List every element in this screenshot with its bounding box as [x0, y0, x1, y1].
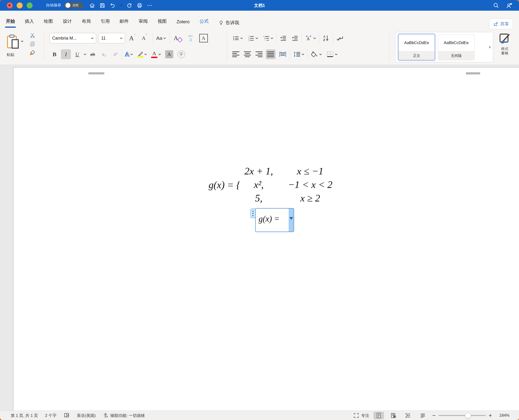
language-status[interactable]: 英语(美国) — [77, 413, 96, 418]
shrink-font-button[interactable]: Aˇ — [140, 33, 150, 43]
bold-button[interactable]: B — [50, 49, 59, 59]
font-name-select[interactable]: Cambria M... — [50, 33, 96, 43]
web-layout-view-button[interactable] — [388, 412, 399, 419]
zoom-slider[interactable] — [438, 415, 486, 416]
equation-condition-3: x ≥ 2 — [281, 192, 340, 205]
style-card-no-spacing[interactable]: AaBbCcDdEe 无间隔 — [438, 34, 475, 60]
tab-home[interactable]: 开始 — [6, 18, 15, 30]
justify-button[interactable] — [266, 49, 276, 59]
copy-icon[interactable] — [30, 41, 36, 47]
align-right-button[interactable] — [254, 49, 264, 59]
proofing-status-icon[interactable] — [64, 413, 70, 418]
search-icon[interactable] — [493, 2, 499, 8]
text-effects-button[interactable]: A — [124, 49, 134, 59]
change-case-button[interactable]: Aa — [155, 33, 167, 43]
paragraph-group: 123 1ai A — [227, 30, 389, 65]
dropdown-triangle-icon — [289, 217, 293, 220]
focus-mode-button[interactable]: 专注 — [353, 412, 369, 419]
line-spacing-button[interactable] — [292, 49, 306, 59]
page-number-status[interactable]: 第 1 页, 共 1 页 — [11, 413, 38, 418]
tab-layout[interactable]: 布局 — [82, 18, 91, 30]
autosave-state: 关闭 — [72, 3, 78, 8]
ribbon-home: 粘贴 Cambria M... — [0, 30, 519, 65]
zoom-out-button[interactable]: − — [432, 413, 436, 418]
toggle-knob — [65, 3, 70, 8]
zoom-window-button[interactable] — [27, 2, 33, 8]
zoom-slider-thumb[interactable] — [465, 413, 471, 419]
equation-editor-box[interactable]: g(x) = — [255, 208, 294, 232]
zoom-in-button[interactable]: + — [489, 413, 492, 418]
clear-formatting-button[interactable]: A — [172, 33, 183, 43]
tab-design[interactable]: 设计 — [63, 18, 72, 30]
paste-button[interactable] — [5, 33, 23, 51]
enclose-characters-button[interactable]: 字 — [176, 49, 186, 59]
numbering-button[interactable]: 123 — [246, 33, 260, 43]
minimize-window-button[interactable] — [17, 2, 23, 8]
multilevel-list-button[interactable]: 1ai — [261, 33, 275, 43]
share-button[interactable]: 共享 — [489, 19, 513, 29]
borders-button[interactable] — [325, 49, 339, 59]
page[interactable] — [13, 67, 519, 411]
zoom-level[interactable]: 184% — [496, 413, 510, 418]
increase-indent-button[interactable] — [290, 33, 300, 43]
equation-box-content[interactable]: g(x) = — [259, 209, 280, 229]
tab-equation[interactable]: 公式 — [200, 18, 208, 30]
distribute-text-button[interactable] — [277, 49, 288, 59]
underline-chevron-icon[interactable] — [84, 53, 86, 55]
underline-button[interactable]: U — [72, 49, 82, 59]
asian-layout-button[interactable]: A — [303, 33, 317, 43]
sort-button[interactable]: AZ — [321, 33, 331, 43]
redo-icon[interactable] — [126, 2, 133, 8]
svg-text:i: i — [265, 39, 265, 41]
home-icon[interactable] — [89, 2, 95, 8]
print-icon[interactable] — [136, 2, 143, 8]
tell-me-button[interactable]: 告诉我 — [218, 20, 239, 30]
equation-dropdown-strip[interactable] — [289, 209, 294, 232]
ribbon-tabs-row: 开始 插入 绘图 设计 布局 引用 邮件 审阅 视图 Zotero 公式 告诉我… — [0, 11, 519, 30]
tab-insert[interactable]: 插入 — [25, 18, 34, 30]
lightbulb-icon — [218, 20, 224, 26]
print-layout-view-button[interactable] — [373, 412, 384, 419]
subscript-button[interactable]: x₂ — [99, 49, 109, 59]
tab-review[interactable]: 审阅 — [139, 18, 148, 30]
save-icon[interactable] — [99, 2, 105, 8]
document-canvas[interactable]: g(x) = { 2x + 1, x², 5, x ≤ −1 −1 < x < … — [0, 65, 519, 411]
tab-references[interactable]: 引用 — [101, 18, 110, 30]
style-pane-button[interactable]: 样式窗格 — [498, 32, 511, 55]
strikethrough-button[interactable]: ab — [88, 49, 98, 59]
tab-view[interactable]: 视图 — [158, 18, 167, 30]
undo-dropdown-chevron-icon[interactable] — [120, 5, 122, 6]
highlight-button[interactable] — [136, 49, 148, 59]
tab-mailings[interactable]: 邮件 — [120, 18, 129, 30]
undo-icon[interactable] — [110, 2, 116, 8]
draft-view-button[interactable] — [418, 412, 428, 419]
more-commands-icon[interactable] — [147, 2, 153, 8]
phonetic-guide-button[interactable]: abc A — [185, 33, 195, 43]
show-marks-button[interactable] — [335, 33, 346, 43]
grow-font-button[interactable]: Aˆ — [127, 33, 137, 43]
character-shading-button[interactable]: A — [164, 49, 175, 59]
cut-icon[interactable] — [30, 32, 36, 39]
font-size-select[interactable]: 11 — [99, 33, 125, 43]
tab-zotero[interactable]: Zotero — [177, 19, 190, 30]
piecewise-equation[interactable]: g(x) = { 2x + 1, x², 5, x ≤ −1 −1 < x < … — [208, 165, 340, 205]
close-window-button[interactable] — [7, 2, 13, 8]
italic-button[interactable]: I — [61, 49, 71, 59]
autosave-toggle[interactable]: 关闭 — [65, 2, 83, 8]
superscript-button[interactable]: x² — [111, 49, 120, 59]
style-card-normal[interactable]: AaBbCcDdEe 正文 — [398, 34, 435, 60]
shading-button[interactable] — [309, 49, 323, 59]
gallery-more-chevron-icon[interactable]: › — [489, 44, 490, 50]
character-border-button[interactable]: A — [198, 33, 209, 43]
tab-draw[interactable]: 绘图 — [44, 18, 53, 30]
word-count-status[interactable]: 2 个字 — [45, 413, 56, 418]
outline-view-button[interactable] — [403, 412, 413, 419]
bullets-button[interactable] — [231, 33, 244, 43]
accessibility-status[interactable]: 辅助功能: 一切就绪 — [103, 413, 145, 418]
font-color-button[interactable]: A — [150, 49, 162, 59]
feedback-person-icon[interactable] — [506, 2, 513, 9]
align-center-button[interactable] — [242, 49, 252, 59]
align-left-button[interactable] — [231, 49, 241, 59]
decrease-indent-button[interactable] — [278, 33, 288, 43]
format-painter-icon[interactable] — [30, 50, 36, 56]
